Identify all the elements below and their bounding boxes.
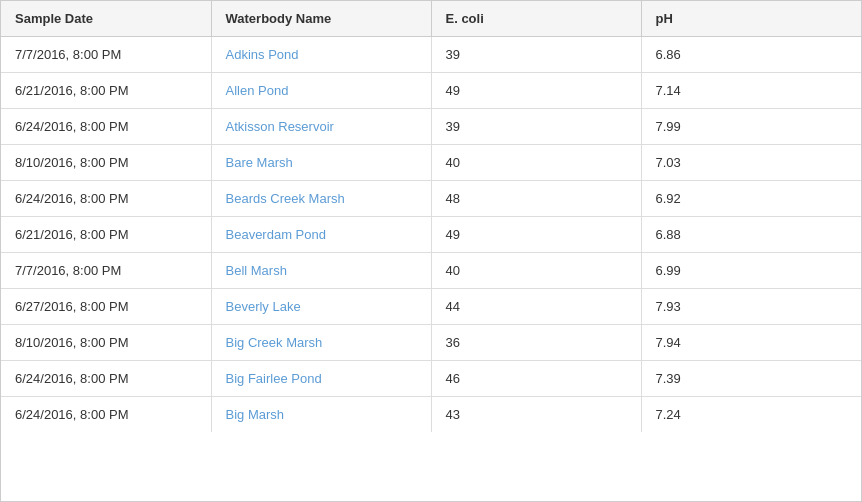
table-row: 7/7/2016, 8:00 PMAdkins Pond396.86 — [1, 37, 862, 73]
cell-ph: 7.99 — [641, 109, 862, 145]
data-table: Sample Date Waterbody Name E. coli pH 7/… — [1, 1, 862, 432]
cell-date: 6/24/2016, 8:00 PM — [1, 109, 211, 145]
table-row: 6/24/2016, 8:00 PMBeards Creek Marsh486.… — [1, 181, 862, 217]
cell-ecoli: 36 — [431, 325, 641, 361]
header-waterbody-name[interactable]: Waterbody Name — [211, 1, 431, 37]
table-row: 6/24/2016, 8:00 PMBig Fairlee Pond467.39 — [1, 361, 862, 397]
cell-waterbody-name[interactable]: Beards Creek Marsh — [211, 181, 431, 217]
cell-waterbody-name[interactable]: Big Marsh — [211, 397, 431, 433]
table-row: 6/27/2016, 8:00 PMBeverly Lake447.93 — [1, 289, 862, 325]
cell-waterbody-name[interactable]: Allen Pond — [211, 73, 431, 109]
waterbody-link[interactable]: Beards Creek Marsh — [226, 191, 345, 206]
table-row: 6/24/2016, 8:00 PMBig Marsh437.24 — [1, 397, 862, 433]
cell-date: 6/24/2016, 8:00 PM — [1, 361, 211, 397]
cell-waterbody-name[interactable]: Atkisson Reservoir — [211, 109, 431, 145]
cell-date: 6/24/2016, 8:00 PM — [1, 397, 211, 433]
cell-ph: 6.88 — [641, 217, 862, 253]
cell-ecoli: 40 — [431, 145, 641, 181]
cell-ph: 7.94 — [641, 325, 862, 361]
cell-date: 7/7/2016, 8:00 PM — [1, 37, 211, 73]
table-row: 6/21/2016, 8:00 PMAllen Pond497.14 — [1, 73, 862, 109]
cell-date: 6/27/2016, 8:00 PM — [1, 289, 211, 325]
waterbody-link[interactable]: Big Marsh — [226, 407, 285, 422]
cell-waterbody-name[interactable]: Big Fairlee Pond — [211, 361, 431, 397]
cell-ecoli: 39 — [431, 109, 641, 145]
cell-ph: 7.03 — [641, 145, 862, 181]
cell-ph: 6.99 — [641, 253, 862, 289]
cell-waterbody-name[interactable]: Beaverdam Pond — [211, 217, 431, 253]
cell-ecoli: 39 — [431, 37, 641, 73]
cell-ph: 6.86 — [641, 37, 862, 73]
cell-date: 6/21/2016, 8:00 PM — [1, 73, 211, 109]
waterbody-link[interactable]: Bell Marsh — [226, 263, 287, 278]
header-ph[interactable]: pH — [641, 1, 862, 37]
table-row: 6/24/2016, 8:00 PMAtkisson Reservoir397.… — [1, 109, 862, 145]
waterbody-link[interactable]: Beverly Lake — [226, 299, 301, 314]
cell-ecoli: 43 — [431, 397, 641, 433]
table-row: 8/10/2016, 8:00 PMBare Marsh407.03 — [1, 145, 862, 181]
table-row: 6/21/2016, 8:00 PMBeaverdam Pond496.88 — [1, 217, 862, 253]
waterbody-link[interactable]: Allen Pond — [226, 83, 289, 98]
cell-waterbody-name[interactable]: Bare Marsh — [211, 145, 431, 181]
cell-ecoli: 40 — [431, 253, 641, 289]
waterbody-link[interactable]: Big Creek Marsh — [226, 335, 323, 350]
cell-ph: 7.14 — [641, 73, 862, 109]
waterbody-link[interactable]: Adkins Pond — [226, 47, 299, 62]
cell-waterbody-name[interactable]: Adkins Pond — [211, 37, 431, 73]
header-ecoli[interactable]: E. coli — [431, 1, 641, 37]
cell-date: 8/10/2016, 8:00 PM — [1, 325, 211, 361]
cell-ph: 7.24 — [641, 397, 862, 433]
waterbody-link[interactable]: Big Fairlee Pond — [226, 371, 322, 386]
cell-date: 7/7/2016, 8:00 PM — [1, 253, 211, 289]
table-row: 8/10/2016, 8:00 PMBig Creek Marsh367.94 — [1, 325, 862, 361]
cell-waterbody-name[interactable]: Bell Marsh — [211, 253, 431, 289]
waterbody-link[interactable]: Atkisson Reservoir — [226, 119, 334, 134]
cell-ecoli: 44 — [431, 289, 641, 325]
cell-waterbody-name[interactable]: Big Creek Marsh — [211, 325, 431, 361]
cell-ph: 7.39 — [641, 361, 862, 397]
cell-ecoli: 48 — [431, 181, 641, 217]
cell-ph: 7.93 — [641, 289, 862, 325]
cell-waterbody-name[interactable]: Beverly Lake — [211, 289, 431, 325]
cell-ph: 6.92 — [641, 181, 862, 217]
cell-date: 8/10/2016, 8:00 PM — [1, 145, 211, 181]
header-row: Sample Date Waterbody Name E. coli pH — [1, 1, 862, 37]
table-row: 7/7/2016, 8:00 PMBell Marsh406.99 — [1, 253, 862, 289]
table-container[interactable]: Sample Date Waterbody Name E. coli pH 7/… — [0, 0, 862, 502]
waterbody-link[interactable]: Beaverdam Pond — [226, 227, 326, 242]
cell-ecoli: 46 — [431, 361, 641, 397]
cell-date: 6/24/2016, 8:00 PM — [1, 181, 211, 217]
cell-date: 6/21/2016, 8:00 PM — [1, 217, 211, 253]
cell-ecoli: 49 — [431, 73, 641, 109]
header-sample-date[interactable]: Sample Date — [1, 1, 211, 37]
cell-ecoli: 49 — [431, 217, 641, 253]
waterbody-link[interactable]: Bare Marsh — [226, 155, 293, 170]
